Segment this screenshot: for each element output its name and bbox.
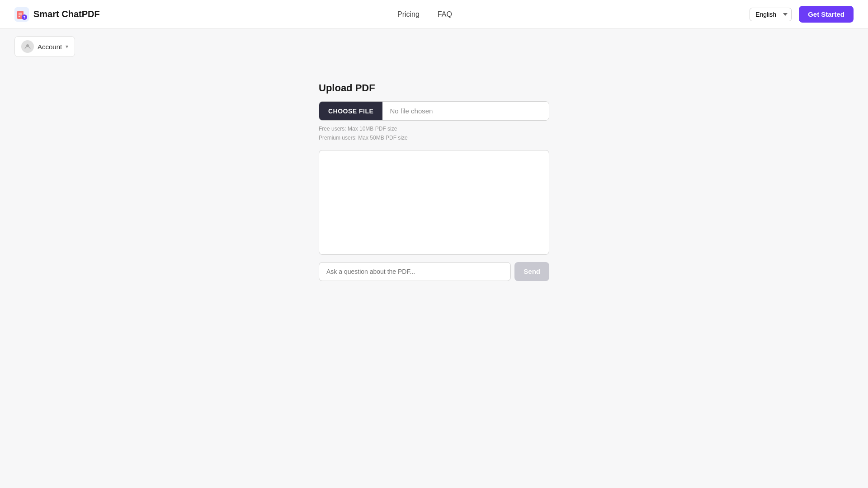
get-started-button[interactable]: Get Started xyxy=(799,6,854,23)
brand-area: ? Smart ChatPDF xyxy=(14,7,100,22)
choose-file-button[interactable]: CHOOSE FILE xyxy=(319,102,382,120)
sub-header: Account ▾ xyxy=(0,29,868,64)
nav-pricing[interactable]: Pricing xyxy=(397,10,420,19)
nav-faq[interactable]: FAQ xyxy=(438,10,452,19)
upload-section: Upload PDF CHOOSE FILE No file chosen Fr… xyxy=(319,82,549,143)
nav-links: Pricing FAQ xyxy=(397,10,452,19)
file-input-row: CHOOSE FILE No file chosen xyxy=(319,101,549,121)
account-avatar xyxy=(21,40,34,53)
chat-area xyxy=(319,150,549,255)
main-content: Upload PDF CHOOSE FILE No file chosen Fr… xyxy=(0,64,868,299)
free-user-info: Free users: Max 10MB PDF size xyxy=(319,124,549,133)
navbar: ? Smart ChatPDF Pricing FAQ English Span… xyxy=(0,0,868,29)
question-row: Send xyxy=(319,262,549,281)
svg-text:?: ? xyxy=(23,15,26,20)
brand-name: Smart ChatPDF xyxy=(33,9,100,19)
logo-icon: ? xyxy=(14,7,29,22)
premium-user-info: Premium users: Max 50MB PDF size xyxy=(319,133,549,142)
no-file-label: No file chosen xyxy=(382,102,549,120)
question-input[interactable] xyxy=(319,262,511,281)
account-button[interactable]: Account ▾ xyxy=(14,36,75,57)
navbar-right: English Spanish French German Get Starte… xyxy=(750,6,854,23)
send-button[interactable]: Send xyxy=(514,262,549,281)
chevron-down-icon: ▾ xyxy=(66,43,68,50)
file-size-info: Free users: Max 10MB PDF size Premium us… xyxy=(319,124,549,143)
account-label: Account xyxy=(38,43,62,51)
language-select[interactable]: English Spanish French German xyxy=(750,8,792,21)
upload-title: Upload PDF xyxy=(319,82,549,94)
